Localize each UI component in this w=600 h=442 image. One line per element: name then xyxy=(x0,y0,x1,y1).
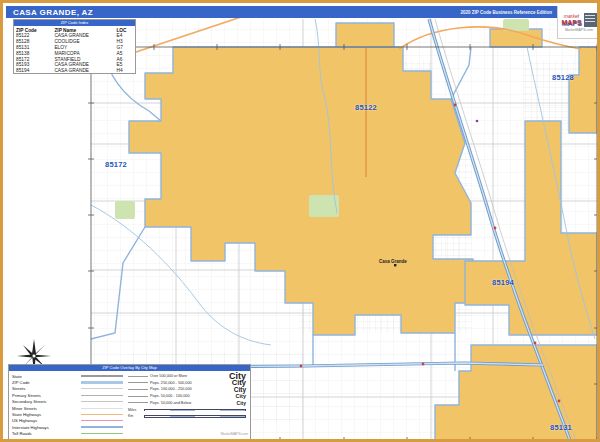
streets-symbol xyxy=(81,388,123,389)
logo-script-text: market xyxy=(561,14,581,19)
minor-streets-symbol xyxy=(81,408,123,409)
col-zip-code: ZIP Code xyxy=(14,26,52,33)
legend-credit: MarketMAPS.com xyxy=(221,432,248,436)
map-label-85122: 85122 xyxy=(343,103,389,112)
city-name-label: Casa Grande xyxy=(379,259,407,264)
publisher-logo: market MAPS MarketMAPS.com xyxy=(557,6,600,39)
secondary-streets-symbol xyxy=(81,401,123,402)
col-loc: LOC xyxy=(114,26,135,33)
legend-panel: ZIP Code Overlay By City Map State ZIP C… xyxy=(8,364,251,441)
state-line-symbol xyxy=(81,375,123,377)
primary-streets-symbol xyxy=(81,395,123,396)
map-page: CASA GRANDE, AZ 2020 ZIP Code Business R… xyxy=(0,0,600,442)
logo-url: MarketMAPS.com xyxy=(565,28,593,32)
scale-bar-km: Km xyxy=(128,414,246,418)
logo-main-text: MAPS xyxy=(561,19,581,26)
page-title: CASA GRANDE, AZ xyxy=(13,8,93,17)
col-zip-name: ZIP Name xyxy=(52,26,114,33)
zip-code-index-table: ZIP Code Index ZIP Code ZIP Name LOC 851… xyxy=(13,19,136,74)
legend-city-classes: Over 500,000 or MoreCity Pops. 250,000 -… xyxy=(126,371,250,437)
scale-bar-miles: Miles xyxy=(128,408,246,412)
us-highways-symbol xyxy=(81,420,123,421)
interstate-highways-symbol xyxy=(81,426,123,428)
toll-roads-symbol xyxy=(81,433,123,434)
legend-line-symbols: State ZIP Code Streets Primary Streets S… xyxy=(9,371,126,437)
title-bar: CASA GRANDE, AZ 2020 ZIP Code Business R… xyxy=(6,6,557,18)
edition-label: 2020 ZIP Code Business Reference Edition xyxy=(461,10,552,15)
map-label-85131: 85131 xyxy=(538,423,584,432)
logo-emblem-icon xyxy=(584,13,597,27)
table-row: 85194CASA GRANDEH4 xyxy=(14,68,135,74)
state-highways-symbol xyxy=(81,414,123,415)
zip-line-symbol xyxy=(81,381,123,384)
map-label-85194: 85194 xyxy=(480,278,526,287)
city-point xyxy=(394,264,396,266)
map-label-85128: 85128 xyxy=(540,73,586,82)
map-label-85172: 85172 xyxy=(93,160,139,169)
